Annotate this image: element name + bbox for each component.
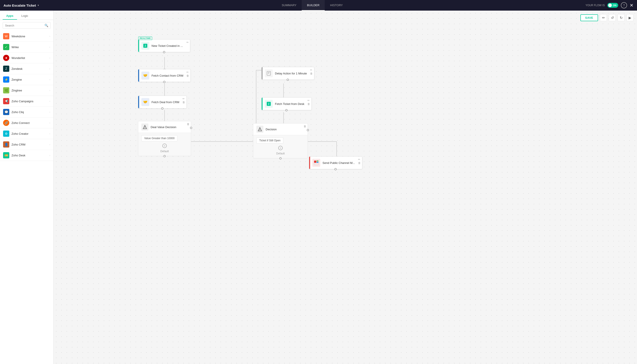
app-icon-wrike: ✓: [3, 44, 9, 50]
node-accent: [309, 156, 310, 169]
fetch-contact-label: Fetch Contact from CRM: [151, 74, 183, 77]
delete-icon[interactable]: 🗑: [358, 162, 361, 164]
decision-bottom-dot[interactable]: [163, 155, 166, 157]
send-channel-edit: ✏ 🗑: [358, 158, 361, 164]
fetch-ticket-edit: ✏ 🗑: [307, 99, 310, 106]
send-channel-node[interactable]: Send Public Channel M... ✏ 🗑: [309, 156, 362, 169]
edit-icon[interactable]: ✏: [186, 71, 189, 74]
app-name-wrike: Wrike: [12, 46, 49, 49]
sidebar-item-zengine[interactable]: ⚡ Zengine ›: [0, 74, 53, 85]
sidebar-item-zoho-crm[interactable]: 👤 Zoho CRM ›: [0, 139, 53, 150]
trigger-edit: ✏: [186, 41, 189, 44]
trigger-label: New Ticket Created in ...: [151, 44, 183, 48]
delete-deal-decision-icon[interactable]: 🗑: [187, 122, 189, 126]
tab-builder[interactable]: BUILDER: [302, 0, 325, 10]
fetch-deal-bottom-dot[interactable]: [161, 107, 163, 110]
app-icon-zoho-desk: 🎫: [3, 152, 9, 158]
header-nav: SUMMARY BUILDER HISTORY: [277, 0, 348, 10]
app-icon-zoho-cliq: 💬: [3, 109, 9, 115]
deal-decision-node[interactable]: Deal Value Decision 🗑 Value Greater than…: [138, 121, 191, 156]
play-icon[interactable]: ▶: [626, 14, 633, 21]
app-name-zoho-creator: Zoho Creator: [12, 132, 49, 136]
delete-icon[interactable]: 🗑: [307, 102, 310, 106]
add-branch-button[interactable]: +: [162, 144, 167, 148]
app-name-wunderlist: Wunderlist: [12, 56, 49, 60]
sidebar-item-wrike[interactable]: ✓ Wrike ›: [0, 42, 53, 52]
title-chevron-icon[interactable]: ▾: [38, 4, 39, 7]
branch1-right-dot[interactable]: [190, 127, 192, 129]
delay-action-node[interactable]: Delay Action for 1 Minute ✏ 🗑: [262, 67, 314, 80]
sidebar-item-zoho-creator[interactable]: ⚙ Zoho Creator ›: [0, 128, 53, 139]
add-decision-branch-button[interactable]: +: [278, 146, 283, 150]
trigger-bottom-dot[interactable]: [163, 51, 165, 53]
send-channel-label: Send Public Channel M...: [322, 161, 355, 164]
decision-label: Decision: [266, 128, 305, 131]
flow-arrows: [54, 10, 637, 364]
app-icon-zengine: ⚡: [3, 76, 9, 82]
app-name-zingtree: Zingtree: [12, 89, 49, 92]
sidebar-tab-apps[interactable]: Apps: [3, 12, 17, 20]
sidebar-item-wunderlist[interactable]: ★ Wunderlist ›: [0, 52, 53, 64]
chevron-icon-wunderlist: ›: [49, 56, 50, 59]
tab-history[interactable]: HISTORY: [325, 0, 348, 10]
send-channel-bottom-dot[interactable]: [334, 168, 337, 170]
tab-summary[interactable]: SUMMARY: [277, 0, 302, 10]
decision-branch1-right-dot[interactable]: [307, 129, 309, 131]
search-box: 🔍: [3, 22, 51, 29]
deal-decision-body: Value Greater than 10000 + Default: [138, 133, 191, 156]
fetch-contact-node[interactable]: 🤝 Fetch Contact from CRM ✏ 🗑: [138, 69, 191, 82]
delay-bottom-dot[interactable]: [287, 79, 289, 81]
delete-icon[interactable]: 🗑: [310, 72, 313, 75]
sidebar-item-zoho-desk[interactable]: 🎫 Zoho Desk ›: [0, 150, 53, 161]
decision-node[interactable]: Decision 🗑 Ticket if Still Open + Defaul…: [253, 123, 308, 158]
edit-icon[interactable]: ✏: [310, 68, 313, 72]
sidebar-item-zendesk[interactable]: Z Zendesk ›: [0, 64, 53, 74]
sidebar-item-zoho-campaigns[interactable]: 📢 Zoho Campaigns ›: [0, 96, 53, 107]
fetch-ticket-bottom-dot[interactable]: [285, 109, 288, 111]
sidebar-item-weekdone[interactable]: W Weekdone ›: [0, 31, 53, 42]
edit-icon[interactable]: ✏: [307, 99, 310, 102]
fetch-ticket-node[interactable]: Z Fetch Ticket from Desk ✏ 🗑: [262, 98, 312, 110]
delete-icon[interactable]: 🗑: [182, 101, 185, 104]
decision-bottom-dot[interactable]: [279, 157, 282, 160]
edit-icon[interactable]: ✏: [358, 158, 361, 161]
trigger-node[interactable]: REALTIME Z New Ticket Created in ... ✏: [138, 39, 190, 52]
chevron-icon-zoho-creator: ›: [49, 132, 50, 135]
app-icon-zoho-creator: ⚙: [3, 130, 9, 137]
delete-icon[interactable]: 🗑: [186, 74, 189, 77]
undo-icon[interactable]: ↺: [609, 14, 616, 21]
fetch-ticket-icon: Z: [265, 100, 273, 108]
deal-branch-1[interactable]: Value Greater than 10000: [141, 135, 177, 141]
decision-branch-1[interactable]: Ticket if Still Open: [256, 138, 283, 144]
app-name-zoho-connect: Zoho Connect: [12, 121, 49, 124]
app-icon-zoho-campaigns: 📢: [3, 98, 9, 104]
delay-action-label: Delay Action for 1 Minute: [275, 72, 307, 75]
edit-icon[interactable]: ✏: [182, 97, 185, 100]
svg-rect-26: [314, 160, 316, 163]
edit-trigger-icon[interactable]: ✏: [186, 41, 189, 44]
chevron-icon-zoho-campaigns: ›: [49, 100, 50, 102]
redo-icon[interactable]: ↻: [617, 14, 625, 21]
help-button[interactable]: ?: [621, 2, 627, 8]
fetch-deal-node[interactable]: 🤝 Fetch Deal from CRM ✏ 🗑: [138, 96, 187, 108]
svg-rect-28: [317, 162, 318, 163]
chevron-icon-zendesk: ›: [49, 67, 50, 70]
close-button[interactable]: ✕: [630, 3, 633, 8]
save-button[interactable]: SAVE: [580, 14, 598, 21]
sidebar-item-zingtree[interactable]: 🌿 Zingtree ›: [0, 85, 53, 96]
sidebar-tab-logic[interactable]: Logic: [18, 12, 32, 20]
delete-decision-icon[interactable]: 🗑: [304, 125, 306, 128]
app-icon-zingtree: 🌿: [3, 87, 9, 94]
canvas[interactable]: SAVE ✏ ↺ ↻ ▶: [54, 10, 637, 364]
flow-toggle[interactable]: ON: [607, 3, 618, 8]
edit-icon[interactable]: ✏: [600, 14, 607, 21]
search-icon: 🔍: [45, 24, 48, 27]
svg-text:🤝: 🤝: [143, 73, 147, 78]
main-layout: Apps Logic 🔍 W Weekdone › ✓ Wrike › ★ Wu…: [0, 10, 637, 364]
fetch-contact-bottom-dot[interactable]: [163, 81, 165, 83]
sidebar-item-zoho-cliq[interactable]: 💬 Zoho Cliq ›: [0, 107, 53, 118]
sidebar-item-zoho-connect[interactable]: 🔗 Zoho Connect ›: [0, 118, 53, 128]
search-input[interactable]: [5, 24, 43, 27]
app-title: Auto Escalate Ticket: [4, 4, 36, 7]
app-icon-wunderlist: ★: [3, 55, 9, 61]
